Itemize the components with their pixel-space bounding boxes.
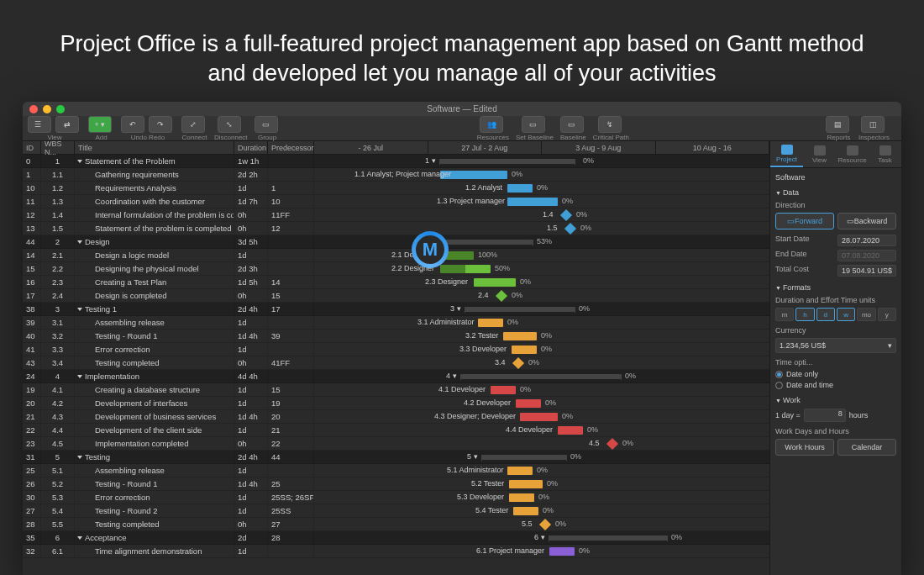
- gantt-row[interactable]: 5.1 Administrator0%: [314, 464, 769, 477]
- gantt-row[interactable]: 6 ▾0%: [314, 531, 769, 545]
- table-row[interactable]: 403.2Testing - Round 11d 4h39: [23, 330, 314, 343]
- task-bar[interactable]: [509, 480, 543, 488]
- table-row[interactable]: 393.1Assembling release1d: [23, 316, 314, 330]
- radio-date-time[interactable]: Date and time: [775, 381, 896, 389]
- gantt-row[interactable]: 3.40%: [314, 356, 769, 370]
- table-row[interactable]: 442Design3d 5h: [23, 235, 314, 249]
- gantt-row[interactable]: 1.40%: [314, 208, 769, 222]
- table-row[interactable]: 413.3Error correction1d: [23, 343, 314, 356]
- gantt-row[interactable]: 5.2 Tester0%: [314, 477, 769, 491]
- gantt-row[interactable]: 2 ▾53%: [314, 235, 769, 249]
- table-row[interactable]: 01Statement of the Problem1w 1h: [23, 155, 314, 168]
- col-duration[interactable]: Duration: [234, 141, 268, 154]
- disconnect-button[interactable]: ⤡: [218, 116, 241, 133]
- gantt-row[interactable]: 2.3 Designer0%: [314, 276, 769, 289]
- table-row[interactable]: 275.4Testing - Round 21d25SS: [23, 504, 314, 518]
- table-row[interactable]: 152.2Designing the physical model2d 3h: [23, 262, 314, 276]
- gantt-row[interactable]: 1.1 Analyst; Project manager0%: [314, 168, 769, 182]
- task-bar[interactable]: [478, 319, 503, 327]
- milestone[interactable]: [539, 519, 551, 530]
- backward-button[interactable]: ▭ Backward: [837, 213, 896, 229]
- unit-y[interactable]: y: [878, 308, 896, 321]
- table-row[interactable]: 383Testing 12d 4h17: [23, 303, 314, 316]
- reports-button[interactable]: ▤: [826, 116, 849, 133]
- gantt-row[interactable]: 5.4 Tester0%: [314, 504, 769, 518]
- table-row[interactable]: 111.3Coordination with the customer1d 7h…: [23, 195, 314, 208]
- baseline-button[interactable]: ▭: [560, 116, 584, 133]
- summary-bar[interactable]: [465, 307, 575, 312]
- critical-path-button[interactable]: ↯: [598, 116, 622, 133]
- table-row[interactable]: 433.4Testing completed0h41FF: [23, 356, 314, 370]
- milestone[interactable]: [606, 438, 618, 450]
- task-bar[interactable]: [474, 278, 516, 287]
- gantt-row[interactable]: 2.2 Designer50%: [314, 262, 769, 276]
- gantt-row[interactable]: 6.1 Project manager0%: [314, 545, 769, 558]
- task-bar[interactable]: [509, 493, 534, 502]
- gantt-row[interactable]: 1.2 Analyst0%: [314, 182, 769, 195]
- table-row[interactable]: 265.2Testing - Round 11d 4h25: [23, 477, 314, 491]
- task-bar[interactable]: [512, 346, 537, 354]
- connect-button[interactable]: ⤢: [181, 116, 205, 133]
- table-row[interactable]: 131.5Statement of the problem is complet…: [23, 222, 314, 235]
- gantt-row[interactable]: 5.50%: [314, 518, 769, 531]
- table-row[interactable]: 224.4Development of the client side1d21: [23, 424, 314, 437]
- view-button-2[interactable]: ⇄: [55, 116, 79, 133]
- group-button[interactable]: ▭: [255, 116, 278, 133]
- gantt-row[interactable]: 4.4 Developer0%: [314, 424, 769, 437]
- summary-bar[interactable]: [549, 535, 667, 541]
- table-row[interactable]: 285.5Testing completed0h27: [23, 518, 314, 531]
- task-bar[interactable]: [491, 386, 516, 394]
- task-bar[interactable]: [507, 198, 558, 206]
- section-work[interactable]: Work: [775, 396, 896, 404]
- task-bar[interactable]: [549, 547, 575, 556]
- table-row[interactable]: 326.1Time alignment demonstration1d: [23, 545, 314, 558]
- view-button[interactable]: ☰: [28, 116, 51, 133]
- summary-bar[interactable]: [461, 374, 621, 379]
- milestone[interactable]: [564, 223, 576, 235]
- table-row[interactable]: 142.1Design a logic model1d: [23, 249, 314, 262]
- milestone[interactable]: [560, 209, 572, 221]
- col-wbs[interactable]: WBS N...: [41, 141, 75, 154]
- table-row[interactable]: 315Testing2d 4h44: [23, 451, 314, 464]
- table-row[interactable]: 356Acceptance2d28: [23, 531, 314, 545]
- task-bar[interactable]: [507, 467, 533, 475]
- table-row[interactable]: 194.1Creating a database structure1d15: [23, 383, 314, 397]
- table-row[interactable]: 204.2Development of interfaces1d19: [23, 397, 314, 410]
- gantt-row[interactable]: 2.40%: [314, 289, 769, 303]
- section-data[interactable]: Data: [775, 188, 896, 197]
- table-row[interactable]: 121.4Internal formulation of the problem…: [23, 208, 314, 222]
- resources-button[interactable]: 👥: [480, 116, 503, 133]
- radio-date-only[interactable]: Date only: [775, 370, 896, 378]
- task-bar[interactable]: [520, 413, 558, 421]
- gantt-row[interactable]: 4.50%: [314, 437, 769, 451]
- gantt-chart[interactable]: - 26 Jul 27 Jul - 2 Aug 3 Aug - 9 Aug 10…: [314, 141, 769, 575]
- redo-button[interactable]: ↷: [149, 116, 172, 133]
- table-row[interactable]: 305.3Error correction1d25SS; 26SF: [23, 491, 314, 504]
- currency-select[interactable]: 1.234,56 US$▾: [775, 338, 896, 353]
- gantt-row[interactable]: 5.3 Developer0%: [314, 491, 769, 504]
- gantt-row[interactable]: 1.3 Project manager0%: [314, 195, 769, 208]
- start-date-input[interactable]: 28.07.2020: [837, 235, 896, 246]
- table-row[interactable]: 255.1Assembling release1d: [23, 464, 314, 477]
- table-row[interactable]: 172.4Design is completed0h15: [23, 289, 314, 303]
- gantt-row[interactable]: 1.50%: [314, 222, 769, 235]
- unit-d[interactable]: d: [816, 308, 835, 321]
- tab-view[interactable]: View: [803, 141, 836, 167]
- gantt-row[interactable]: 4.1 Developer0%: [314, 383, 769, 397]
- inspectors-button[interactable]: ◫: [861, 116, 885, 133]
- section-formats[interactable]: Formats: [775, 283, 896, 292]
- undo-button[interactable]: ↶: [121, 116, 144, 133]
- milestone[interactable]: [512, 357, 524, 369]
- summary-bar[interactable]: [440, 159, 575, 164]
- unit-mo[interactable]: mo: [857, 308, 875, 321]
- gantt-row[interactable]: 3.1 Administrator0%: [314, 316, 769, 330]
- task-bar[interactable]: [558, 426, 583, 435]
- gantt-row[interactable]: 3 ▾0%: [314, 303, 769, 316]
- gantt-row[interactable]: 4.2 Developer0%: [314, 397, 769, 410]
- tab-task[interactable]: Task: [869, 141, 901, 167]
- gantt-row[interactable]: 3.3 Developer0%: [314, 343, 769, 356]
- forward-button[interactable]: ▭ Forward: [775, 213, 834, 229]
- gantt-row[interactable]: 3.2 Tester0%: [314, 330, 769, 343]
- table-row[interactable]: 11.1Gathering requirements2d 2h: [23, 168, 314, 182]
- summary-bar[interactable]: [440, 240, 533, 245]
